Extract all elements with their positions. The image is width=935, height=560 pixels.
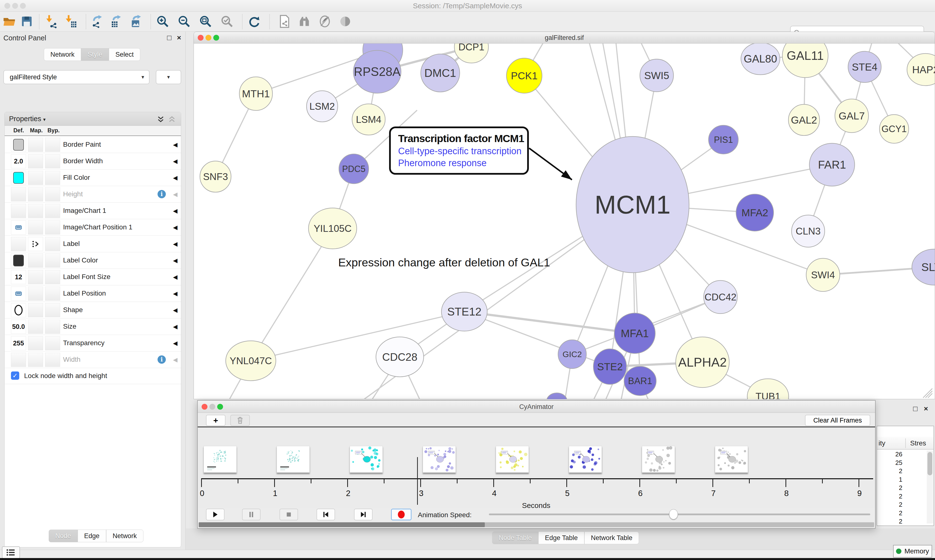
default-value-cell[interactable] (11, 254, 26, 268)
expand-row-icon[interactable]: ◀ (173, 290, 177, 297)
table-cell-value[interactable]: 2 (877, 467, 926, 476)
collapse-all-icon[interactable] (168, 115, 176, 123)
network-node-GCY1[interactable]: GCY1 (879, 115, 909, 143)
expand-row-icon[interactable]: ◀ (173, 224, 177, 231)
property-row-label-position[interactable]: Label Position◀ (5, 285, 181, 302)
table-cell-value[interactable]: 26 (877, 451, 926, 459)
table-cell-value[interactable]: 2 (877, 501, 926, 509)
default-value-cell[interactable] (11, 138, 26, 152)
record-button[interactable] (391, 509, 412, 520)
network-node-FAR1[interactable]: FAR1 (809, 143, 855, 186)
default-value-cell[interactable] (11, 187, 26, 202)
network-node-ALPHA2[interactable]: ALPHA2 (676, 337, 729, 388)
network-file-icon[interactable] (278, 15, 291, 28)
network-zoom-icon[interactable] (213, 35, 219, 41)
timeline-scrollbar-thumb[interactable] (199, 522, 485, 527)
import-network-icon[interactable] (44, 15, 58, 28)
tab-style[interactable]: Style (81, 48, 109, 61)
property-row-border-width[interactable]: 2.0Border Width◀ (5, 153, 181, 169)
bypass-cell[interactable] (45, 138, 60, 152)
bypass-cell[interactable] (45, 353, 60, 367)
export-network-icon[interactable] (91, 15, 105, 28)
lock-size-checkbox[interactable]: ✓ (11, 371, 19, 380)
network-minimize-icon[interactable] (205, 35, 211, 41)
pause-button[interactable] (242, 509, 261, 520)
network-node-CDC42[interactable]: CDC42 (704, 280, 737, 314)
property-row-width[interactable]: Widthi◀ (5, 352, 181, 368)
table-scrollbar[interactable] (927, 451, 933, 523)
expand-row-icon[interactable]: ◀ (173, 158, 177, 165)
table-cell-value[interactable]: 2 (877, 509, 926, 518)
default-value-cell[interactable]: 12 (11, 270, 26, 284)
table-cell-value[interactable]: 1 (877, 476, 926, 485)
stop-button[interactable] (279, 509, 298, 520)
expand-row-icon[interactable]: ◀ (173, 356, 177, 363)
bypass-cell[interactable] (45, 220, 60, 234)
expand-row-icon[interactable]: ◀ (173, 274, 177, 280)
info-icon[interactable]: i (157, 355, 166, 364)
network-canvas[interactable]: DCP1RPS28ADMC1PCK1SWI5MTH1LSM2LSM4GAL80G… (194, 43, 935, 399)
float-panel-icon[interactable]: □ (167, 34, 171, 42)
network-node-GIC2[interactable]: GIC2 (558, 340, 586, 369)
table-cell-value[interactable]: 2 (877, 492, 926, 501)
expand-all-icon[interactable] (157, 115, 165, 123)
clear-all-frames-button[interactable]: Clear All Frames (805, 415, 870, 426)
expand-row-icon[interactable]: ◀ (173, 174, 177, 181)
tab-node[interactable]: Node (49, 529, 78, 542)
network-node-SLT2[interactable]: SLT2 (912, 249, 935, 285)
default-value-cell[interactable] (11, 237, 26, 251)
window-zoom-icon[interactable] (20, 3, 26, 9)
network-node-SWI4[interactable]: SWI4 (806, 258, 840, 291)
tab-select[interactable]: Select (109, 48, 140, 61)
property-row-shape[interactable]: Shape◀ (5, 302, 181, 318)
bypass-cell[interactable] (45, 286, 60, 301)
property-row-height[interactable]: Heighti◀ (5, 186, 181, 203)
frame-thumbnail-6[interactable] (642, 446, 675, 473)
mapping-cell[interactable] (28, 220, 43, 234)
network-node-MFA1[interactable]: MFA1 (614, 313, 655, 354)
style-options-dropdown[interactable]: ▾ (156, 70, 181, 84)
expand-row-icon[interactable]: ◀ (173, 142, 177, 148)
float-table-panel-icon[interactable]: □ (913, 405, 918, 413)
default-value-cell[interactable]: 50.0 (11, 320, 26, 334)
expand-row-icon[interactable]: ◀ (173, 323, 177, 330)
network-node-BAR1[interactable]: BAR1 (624, 366, 656, 395)
expand-row-icon[interactable]: ◀ (173, 307, 177, 314)
bypass-cell[interactable] (45, 237, 60, 251)
property-row-size[interactable]: 50.0Size◀ (5, 318, 181, 335)
mapping-cell[interactable] (28, 336, 43, 350)
mapping-cell[interactable] (28, 138, 43, 152)
bypass-cell[interactable] (45, 303, 60, 317)
close-panel-icon[interactable]: × (177, 34, 181, 42)
mapping-cell[interactable] (28, 171, 43, 185)
network-node-SNF3[interactable]: SNF3 (200, 161, 231, 192)
network-node-PCK1[interactable]: PCK1 (506, 58, 542, 93)
expand-row-icon[interactable]: ◀ (173, 191, 177, 198)
add-frame-button[interactable]: + (206, 415, 225, 426)
network-titlebar[interactable]: galFiltered.sif (194, 32, 935, 43)
timeline-playhead[interactable] (417, 457, 418, 505)
mapping-cell[interactable] (28, 286, 43, 301)
search-network-icon[interactable] (298, 15, 311, 28)
tab-network-table[interactable]: Network Table (585, 532, 639, 544)
default-value-cell[interactable]: 255 (11, 336, 26, 350)
frame-thumbnail-1[interactable] (276, 446, 310, 473)
zoom-in-icon[interactable] (156, 15, 170, 28)
network-node-PIS1[interactable]: PIS1 (708, 125, 738, 154)
frame-thumbnail-3[interactable] (423, 446, 456, 473)
cyanimator-close-icon[interactable] (202, 404, 207, 410)
network-node-YNL047C[interactable]: YNL047C (226, 341, 276, 381)
network-node-GAL7[interactable]: GAL7 (835, 99, 869, 132)
default-value-cell[interactable] (11, 286, 26, 301)
frame-thumbnail-0[interactable] (204, 446, 237, 473)
tab-network[interactable]: Network (44, 48, 81, 61)
network-node-STE4[interactable]: STE4 (848, 51, 881, 83)
property-row-border-paint[interactable]: Border Paint◀ (5, 137, 181, 153)
table-column-centrality[interactable]: ity (878, 439, 885, 447)
property-row-label[interactable]: Label◀ (5, 236, 181, 252)
memory-button[interactable]: Memory (893, 545, 932, 558)
tab-node-table[interactable]: Node Table (492, 532, 538, 544)
default-value-cell[interactable] (11, 220, 26, 234)
mapping-cell[interactable] (28, 320, 43, 334)
mapping-cell[interactable] (28, 303, 43, 317)
